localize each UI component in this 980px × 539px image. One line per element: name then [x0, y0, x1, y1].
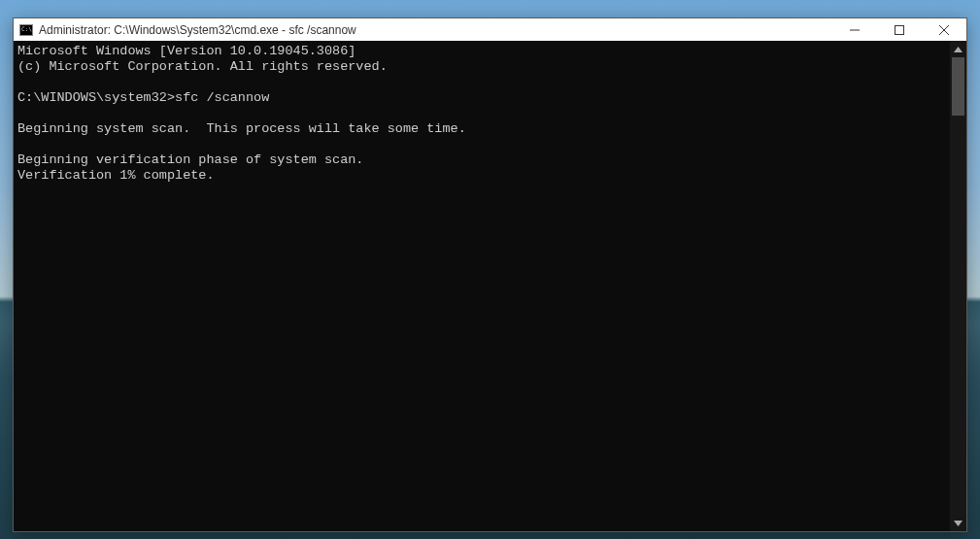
svg-marker-4	[954, 47, 963, 52]
minimize-icon	[850, 25, 860, 35]
chevron-up-icon	[954, 47, 963, 52]
svg-marker-5	[954, 521, 963, 526]
scroll-up-button[interactable]	[950, 41, 966, 57]
scrollbar-vertical[interactable]	[950, 41, 966, 531]
terminal-output[interactable]: Microsoft Windows [Version 10.0.19045.30…	[14, 41, 950, 531]
scrollbar-thumb[interactable]	[952, 57, 964, 116]
scrollbar-track[interactable]	[950, 57, 966, 515]
desktop-background: Administrator: C:\Windows\System32\cmd.e…	[0, 0, 980, 539]
window-title: Administrator: C:\Windows\System32\cmd.e…	[39, 23, 966, 37]
maximize-button[interactable]	[877, 18, 922, 41]
chevron-down-icon	[954, 521, 963, 526]
titlebar[interactable]: Administrator: C:\Windows\System32\cmd.e…	[14, 18, 966, 41]
scroll-down-button[interactable]	[950, 515, 966, 531]
close-button[interactable]	[922, 18, 966, 41]
cmd-icon	[19, 24, 33, 36]
maximize-icon	[895, 25, 904, 35]
close-icon	[939, 25, 949, 35]
window-controls	[832, 18, 966, 41]
cmd-window: Administrator: C:\Windows\System32\cmd.e…	[13, 17, 967, 532]
minimize-button[interactable]	[832, 18, 877, 41]
svg-rect-1	[896, 25, 904, 34]
terminal-area: Microsoft Windows [Version 10.0.19045.30…	[14, 41, 966, 531]
